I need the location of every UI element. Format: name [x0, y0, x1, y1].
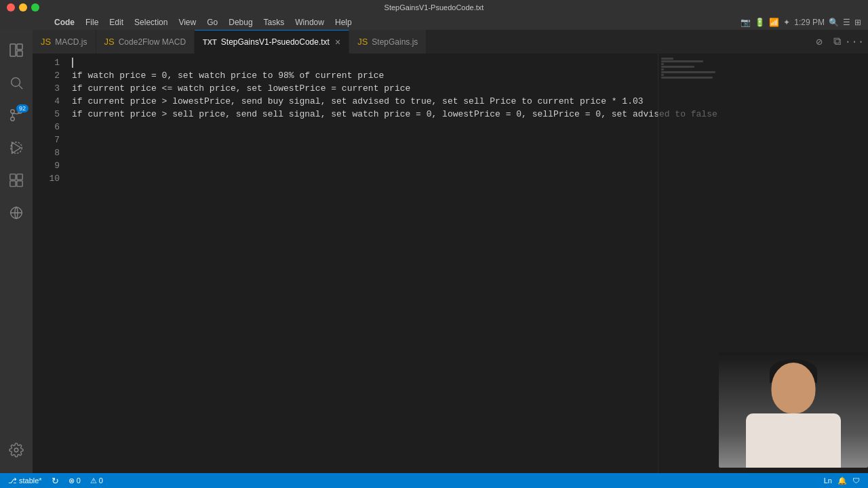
status-shield[interactable]: 🛡 — [850, 476, 863, 485]
time: 1:29 PM — [794, 18, 825, 27]
open-editors-button[interactable]: ⊘ — [811, 34, 827, 50]
line-number-6: 6 — [33, 121, 60, 134]
error-count: 0 — [77, 476, 81, 485]
menu-edit[interactable]: Edit — [104, 16, 129, 28]
error-icon: ⊗ — [68, 476, 75, 485]
activity-run[interactable] — [0, 131, 33, 164]
svg-point-5 — [11, 110, 15, 114]
status-ln[interactable]: Ln — [821, 476, 835, 485]
activity-search[interactable] — [0, 66, 33, 99]
text-cursor — [72, 58, 73, 68]
svg-rect-0 — [10, 44, 16, 56]
line-number-2: 2 — [33, 69, 60, 82]
line-number-3: 3 — [33, 82, 60, 95]
status-right: Ln 🔔 🛡 — [821, 476, 868, 485]
tab-stepgains-txt[interactable]: TXT StepGainsV1-PsuedoCode.txt × — [195, 30, 349, 54]
line-number-10: 10 — [33, 172, 60, 185]
window-title: StepGainsV1-PsuedoCode.txt — [384, 3, 484, 12]
tab-macd-label: MACD.js — [55, 37, 87, 47]
bluetooth: ✦ — [783, 18, 790, 27]
menu-file[interactable]: File — [80, 16, 104, 28]
more-actions-button[interactable]: ··· — [846, 34, 863, 50]
tab-code2flow-icon: JS — [104, 37, 115, 47]
tab-stepgains-txt-close[interactable]: × — [335, 37, 340, 47]
svg-rect-1 — [17, 44, 22, 49]
warning-count: 0 — [99, 476, 103, 485]
svg-rect-11 — [17, 174, 22, 180]
tab-stepgains-js[interactable]: JS StepGains.js — [349, 30, 427, 54]
activity-explorer[interactable] — [0, 34, 33, 66]
tab-macd-icon: JS — [41, 37, 51, 47]
svg-point-15 — [14, 448, 18, 452]
close-button[interactable] — [7, 3, 15, 12]
activity-bar: 92 — [0, 30, 33, 473]
menu-debug[interactable]: Debug — [223, 16, 258, 28]
status-warnings[interactable]: ⚠ 0 — [87, 476, 106, 485]
tab-actions: ⊘ ⧉ ··· — [806, 30, 868, 54]
code-line-6: if current price > lowestPrice, send buy… — [69, 95, 868, 108]
menu-window[interactable]: Window — [290, 16, 330, 28]
menu-bar: Code File Edit Selection View Go Debug T… — [0, 15, 868, 30]
activity-source-control[interactable]: 92 — [0, 99, 33, 131]
split-editor-button[interactable]: ⧉ — [829, 34, 845, 50]
menu-selection[interactable]: Selection — [129, 16, 173, 28]
line-number-4: 4 — [33, 95, 60, 108]
code-line-1 — [69, 56, 868, 69]
maximize-button[interactable] — [31, 3, 39, 12]
sync-icon: ↻ — [52, 476, 59, 486]
code-line-8: if current price > sell price, send sell… — [69, 108, 868, 121]
activity-bottom — [0, 434, 33, 473]
menu-help[interactable]: Help — [330, 16, 357, 28]
line-number-9: 9 — [33, 159, 60, 172]
line-number-8: 8 — [33, 146, 60, 159]
svg-point-6 — [11, 117, 15, 121]
webcam-person — [719, 352, 868, 468]
menu-app[interactable]: Code — [49, 16, 80, 28]
status-branch[interactable]: ⎇ stable* — [5, 476, 45, 485]
status-sync[interactable]: ↻ — [49, 476, 62, 486]
traffic-lights — [7, 3, 39, 12]
source-control-badge: 92 — [16, 104, 28, 113]
status-bar: ⎇ stable* ↻ ⊗ 0 ⚠ 0 Ln 🔔 🛡 — [0, 473, 868, 488]
wifi: 📶 — [769, 18, 779, 27]
svg-rect-2 — [17, 51, 22, 56]
code-line-2: if watch price = 0, set watch price to 9… — [69, 69, 868, 82]
tab-bar: JS MACD.js JS Code2Flow MACD TXT StepGai… — [33, 30, 868, 54]
branch-icon: ⎇ — [8, 476, 17, 485]
shield-icon: 🛡 — [852, 476, 860, 485]
tab-stepgains-txt-label: StepGainsV1-PsuedoCode.txt — [221, 37, 330, 47]
search-icon[interactable]: 🔍 — [829, 18, 839, 27]
svg-line-4 — [19, 85, 22, 89]
system-status: 📷 — [741, 18, 751, 27]
activity-extensions[interactable] — [0, 164, 33, 197]
menu-view[interactable]: View — [173, 16, 201, 28]
control-center[interactable]: ⊞ — [854, 18, 861, 27]
bell-icon: 🔔 — [837, 476, 847, 485]
svg-marker-8 — [12, 142, 21, 154]
notification-icon[interactable]: ☰ — [843, 18, 850, 27]
branch-name: stable* — [19, 476, 42, 485]
activity-settings[interactable] — [0, 434, 33, 466]
warning-icon: ⚠ — [90, 476, 97, 485]
battery: 🔋 — [755, 18, 765, 27]
person-head — [772, 363, 816, 413]
status-notifications[interactable]: 🔔 — [835, 476, 850, 485]
tab-macd[interactable]: JS MACD.js — [33, 30, 96, 54]
activity-remote[interactable] — [0, 197, 33, 229]
tab-stepgains-js-label: StepGains.js — [372, 37, 418, 47]
line-number-1: 1 — [33, 56, 60, 69]
line-number-5: 5 — [33, 108, 60, 121]
status-left: ⎇ stable* ↻ ⊗ 0 ⚠ 0 — [0, 476, 111, 486]
person-body — [746, 413, 841, 468]
code-line-4: if current price <= watch price, set low… — [69, 82, 868, 95]
tab-code2flow-label: Code2Flow MACD — [119, 37, 186, 47]
tab-code2flow[interactable]: JS Code2Flow MACD — [96, 30, 195, 54]
menu-tasks[interactable]: Tasks — [258, 16, 290, 28]
svg-point-3 — [12, 78, 20, 87]
minimap — [658, 54, 719, 473]
status-errors[interactable]: ⊗ 0 — [66, 476, 83, 485]
line-number-7: 7 — [33, 134, 60, 146]
minimize-button[interactable] — [19, 3, 27, 12]
tab-stepgains-js-icon: JS — [357, 37, 368, 47]
menu-go[interactable]: Go — [201, 16, 223, 28]
